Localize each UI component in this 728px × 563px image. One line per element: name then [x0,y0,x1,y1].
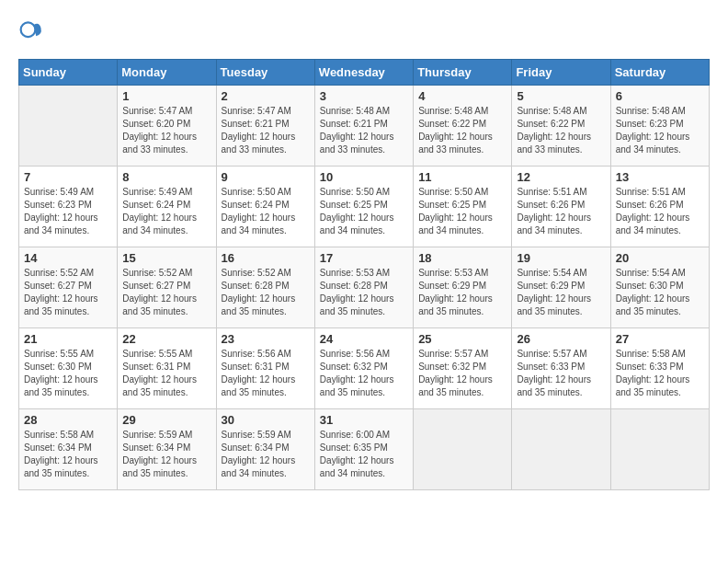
day-number: 16 [222,251,310,265]
calendar-cell: 29Sunrise: 5:59 AMSunset: 6:34 PMDayligh… [118,409,216,490]
day-number: 15 [122,251,210,265]
day-info: Sunrise: 5:55 AMSunset: 6:31 PMDaylight:… [122,348,210,399]
weekday-header-monday: Monday [118,60,216,86]
day-number: 4 [418,89,506,103]
day-number: 7 [24,170,112,184]
day-number: 21 [24,332,112,346]
svg-point-0 [21,22,36,37]
calendar-cell: 30Sunrise: 5:59 AMSunset: 6:34 PMDayligh… [216,409,314,490]
day-number: 3 [320,89,408,103]
day-info: Sunrise: 5:53 AMSunset: 6:29 PMDaylight:… [418,267,506,318]
calendar-cell: 9Sunrise: 5:50 AMSunset: 6:24 PMDaylight… [216,167,314,247]
day-number: 22 [122,332,210,346]
day-number: 11 [418,170,506,184]
day-number: 19 [517,251,605,265]
day-number: 9 [222,170,310,184]
calendar-cell: 31Sunrise: 6:00 AMSunset: 6:35 PMDayligh… [314,409,413,490]
day-number: 28 [24,413,112,427]
day-number: 24 [320,332,408,346]
weekday-row: SundayMondayTuesdayWednesdayThursdayFrid… [19,60,710,86]
day-number: 6 [616,89,704,103]
day-number: 12 [517,170,605,184]
day-number: 1 [122,89,210,103]
day-info: Sunrise: 5:48 AMSunset: 6:22 PMDaylight:… [418,105,506,156]
page-header [18,18,710,44]
calendar-cell: 10Sunrise: 5:50 AMSunset: 6:25 PMDayligh… [314,167,413,247]
calendar-cell: 16Sunrise: 5:52 AMSunset: 6:28 PMDayligh… [216,247,314,328]
day-info: Sunrise: 5:50 AMSunset: 6:24 PMDaylight:… [222,186,310,237]
weekday-header-friday: Friday [512,60,610,86]
day-info: Sunrise: 5:52 AMSunset: 6:27 PMDaylight:… [122,267,210,318]
calendar-cell: 19Sunrise: 5:54 AMSunset: 6:29 PMDayligh… [512,247,610,328]
day-info: Sunrise: 5:57 AMSunset: 6:33 PMDaylight:… [517,348,605,399]
calendar-cell: 23Sunrise: 5:56 AMSunset: 6:31 PMDayligh… [216,328,314,409]
day-number: 31 [320,413,408,427]
day-info: Sunrise: 5:52 AMSunset: 6:28 PMDaylight:… [222,267,310,318]
calendar-week-2: 7Sunrise: 5:49 AMSunset: 6:23 PMDaylight… [19,167,710,247]
day-number: 25 [418,332,506,346]
day-info: Sunrise: 5:47 AMSunset: 6:20 PMDaylight:… [122,105,210,156]
calendar-body: 1Sunrise: 5:47 AMSunset: 6:20 PMDaylight… [19,86,710,490]
calendar-week-5: 28Sunrise: 5:58 AMSunset: 6:34 PMDayligh… [19,409,710,490]
weekday-header-wednesday: Wednesday [314,60,413,86]
calendar-cell [19,86,118,167]
day-number: 10 [320,170,408,184]
weekday-header-tuesday: Tuesday [216,60,314,86]
calendar-cell [414,409,512,490]
day-info: Sunrise: 5:52 AMSunset: 6:27 PMDaylight:… [24,267,112,318]
calendar-week-1: 1Sunrise: 5:47 AMSunset: 6:20 PMDaylight… [19,86,710,167]
calendar-cell: 28Sunrise: 5:58 AMSunset: 6:34 PMDayligh… [19,409,118,490]
calendar-cell: 13Sunrise: 5:51 AMSunset: 6:26 PMDayligh… [610,167,709,247]
day-info: Sunrise: 5:58 AMSunset: 6:33 PMDaylight:… [616,348,704,399]
calendar-cell: 26Sunrise: 5:57 AMSunset: 6:33 PMDayligh… [512,328,610,409]
calendar-cell: 6Sunrise: 5:48 AMSunset: 6:23 PMDaylight… [610,86,709,167]
day-info: Sunrise: 5:55 AMSunset: 6:30 PMDaylight:… [24,348,112,399]
day-number: 30 [222,413,310,427]
day-info: Sunrise: 5:54 AMSunset: 6:30 PMDaylight:… [616,267,704,318]
day-info: Sunrise: 5:51 AMSunset: 6:26 PMDaylight:… [616,186,704,237]
calendar-cell [512,409,610,490]
day-info: Sunrise: 5:56 AMSunset: 6:32 PMDaylight:… [320,348,408,399]
day-info: Sunrise: 5:50 AMSunset: 6:25 PMDaylight:… [320,186,408,237]
day-number: 20 [616,251,704,265]
weekday-header-sunday: Sunday [19,60,118,86]
calendar-cell: 7Sunrise: 5:49 AMSunset: 6:23 PMDaylight… [19,167,118,247]
calendar-cell: 8Sunrise: 5:49 AMSunset: 6:24 PMDaylight… [118,167,216,247]
day-number: 26 [517,332,605,346]
calendar-cell: 22Sunrise: 5:55 AMSunset: 6:31 PMDayligh… [118,328,216,409]
day-info: Sunrise: 5:47 AMSunset: 6:21 PMDaylight:… [222,105,310,156]
day-number: 18 [418,251,506,265]
calendar-cell: 14Sunrise: 5:52 AMSunset: 6:27 PMDayligh… [19,247,118,328]
day-number: 17 [320,251,408,265]
calendar-table: SundayMondayTuesdayWednesdayThursdayFrid… [18,59,710,490]
day-info: Sunrise: 5:56 AMSunset: 6:31 PMDaylight:… [222,348,310,399]
calendar-cell: 17Sunrise: 5:53 AMSunset: 6:28 PMDayligh… [314,247,413,328]
day-info: Sunrise: 6:00 AMSunset: 6:35 PMDaylight:… [320,429,408,480]
calendar-cell: 11Sunrise: 5:50 AMSunset: 6:25 PMDayligh… [414,167,512,247]
calendar-cell: 12Sunrise: 5:51 AMSunset: 6:26 PMDayligh… [512,167,610,247]
calendar-week-3: 14Sunrise: 5:52 AMSunset: 6:27 PMDayligh… [19,247,710,328]
calendar-cell: 4Sunrise: 5:48 AMSunset: 6:22 PMDaylight… [414,86,512,167]
day-number: 5 [517,89,605,103]
logo-icon [18,18,44,44]
weekday-header-saturday: Saturday [610,60,709,86]
day-info: Sunrise: 5:48 AMSunset: 6:21 PMDaylight:… [320,105,408,156]
day-info: Sunrise: 5:49 AMSunset: 6:23 PMDaylight:… [24,186,112,237]
calendar-cell: 18Sunrise: 5:53 AMSunset: 6:29 PMDayligh… [414,247,512,328]
calendar-cell: 24Sunrise: 5:56 AMSunset: 6:32 PMDayligh… [314,328,413,409]
day-number: 2 [222,89,310,103]
day-info: Sunrise: 5:50 AMSunset: 6:25 PMDaylight:… [418,186,506,237]
day-info: Sunrise: 5:51 AMSunset: 6:26 PMDaylight:… [517,186,605,237]
calendar-cell: 3Sunrise: 5:48 AMSunset: 6:21 PMDaylight… [314,86,413,167]
day-number: 13 [616,170,704,184]
day-number: 14 [24,251,112,265]
day-number: 27 [616,332,704,346]
day-info: Sunrise: 5:53 AMSunset: 6:28 PMDaylight:… [320,267,408,318]
day-info: Sunrise: 5:57 AMSunset: 6:32 PMDaylight:… [418,348,506,399]
calendar-week-4: 21Sunrise: 5:55 AMSunset: 6:30 PMDayligh… [19,328,710,409]
day-info: Sunrise: 5:54 AMSunset: 6:29 PMDaylight:… [517,267,605,318]
weekday-header-thursday: Thursday [414,60,512,86]
calendar-cell [610,409,709,490]
day-info: Sunrise: 5:59 AMSunset: 6:34 PMDaylight:… [122,429,210,480]
day-number: 23 [222,332,310,346]
